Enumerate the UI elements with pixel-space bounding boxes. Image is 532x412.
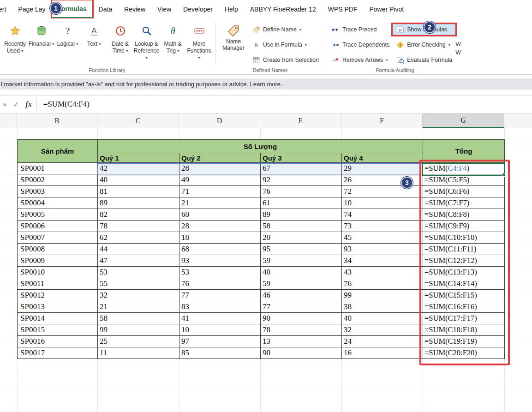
cell-q1[interactable]: 58 [98, 313, 179, 324]
date-time-button[interactable]: Date & Time ▾ [107, 18, 133, 61]
cell-formula[interactable]: =SUM(C10:F10) [423, 232, 505, 244]
trace-dependents-button[interactable]: Trace Dependents [328, 39, 393, 50]
cell-q4[interactable]: 38 [342, 301, 423, 313]
more-functions-button[interactable]: More Functions ▾ [186, 18, 212, 61]
cell-formula[interactable]: =SUM(C9:F9) [423, 221, 505, 232]
cell-q2[interactable]: 10 [179, 324, 261, 336]
header-quarter-1[interactable]: Quý 1 [98, 153, 179, 163]
tab-help[interactable]: Help [219, 0, 244, 18]
column-header-c[interactable]: C [97, 113, 179, 128]
cell-product[interactable]: SP0005 [18, 209, 98, 221]
cell-product[interactable]: SP0008 [18, 244, 98, 255]
cell-q3[interactable]: 89 [261, 209, 342, 221]
use-in-formula-button[interactable]: fxUse in Formula ▾ [249, 39, 322, 50]
cell-q2[interactable]: 41 [179, 313, 261, 324]
cell-product[interactable]: SP0012 [18, 290, 98, 301]
cell-q1[interactable]: 11 [98, 347, 179, 359]
sheet-grid[interactable]: Sản phẩm Số Lượng Tổng Quý 1Quý 2Quý 3Qu… [0, 128, 532, 412]
cell-q2[interactable]: 83 [179, 301, 261, 313]
cell-q2[interactable]: 97 [179, 336, 261, 347]
cell-q4[interactable]: 24 [342, 336, 423, 347]
market-info-link[interactable]: l market information is provided "as-is"… [1, 81, 286, 88]
define-name-button[interactable]: Define Name ▾ [249, 24, 322, 35]
cell-formula[interactable]: =SUM(C17:F17) [423, 313, 505, 324]
cell-q1[interactable]: 40 [98, 174, 179, 186]
tab-page-lay[interactable]: Page Lay [12, 0, 51, 18]
cell-product[interactable]: SP0004 [18, 197, 98, 209]
tab-view[interactable]: View [151, 0, 177, 18]
cell-q1[interactable]: 21 [98, 301, 179, 313]
cell-q4[interactable]: 73 [342, 221, 423, 232]
cell-q4[interactable]: 16 [342, 347, 423, 359]
column-header-g[interactable]: G [423, 113, 504, 128]
cell-q4[interactable]: 74 [342, 209, 423, 221]
cell-product[interactable]: SP0002 [18, 174, 98, 186]
cell-q1[interactable]: 62 [98, 232, 179, 244]
cell-q1[interactable]: 82 [98, 209, 179, 221]
header-quarter-3[interactable]: Quý 3 [261, 153, 342, 163]
cell-q4[interactable]: 99 [342, 290, 423, 301]
cell-formula[interactable]: =SUM(C12:F12) [423, 255, 505, 267]
cell-q1[interactable]: 44 [98, 244, 179, 255]
column-header-b[interactable]: B [17, 113, 97, 128]
watch-window-cutoff[interactable]: W W [455, 18, 462, 66]
tab-power-pivot[interactable]: Power Pivot [363, 0, 410, 18]
cell-q3[interactable]: 20 [261, 232, 342, 244]
cell-q4[interactable]: 32 [342, 324, 423, 336]
enter-icon[interactable]: ✓ [13, 100, 19, 108]
cell-q2[interactable]: 71 [179, 186, 261, 197]
cell-q3[interactable]: 59 [261, 278, 342, 290]
cell-formula[interactable]: =SUM(C13:F13) [423, 267, 505, 278]
select-all-corner[interactable] [0, 113, 17, 128]
cell-q1[interactable]: 32 [98, 290, 179, 301]
math-trig-button[interactable]: θMath & Trig ▾ [160, 18, 186, 61]
tab-developer[interactable]: Developer [177, 0, 219, 18]
cell-q2[interactable]: 60 [179, 209, 261, 221]
header-quarter-2[interactable]: Quý 2 [179, 153, 261, 163]
cell-q3[interactable]: 67 [261, 163, 342, 174]
cell-q4[interactable]: 93 [342, 244, 423, 255]
cell-formula[interactable]: =SUM(C7:F7) [423, 197, 505, 209]
cell-q2[interactable]: 18 [179, 232, 261, 244]
cell-product[interactable]: SP0014 [18, 313, 98, 324]
cell-q4[interactable]: 72 [342, 186, 423, 197]
cell-formula[interactable]: =SUM(C8:F8) [423, 209, 505, 221]
cell-formula[interactable]: =SUM(C5:F5) [423, 174, 505, 186]
cancel-icon[interactable]: × [3, 101, 7, 108]
cell-product[interactable]: SP0013 [18, 301, 98, 313]
evaluate-formula-button[interactable]: Evaluate Formula [393, 54, 455, 66]
tab-formulas[interactable]: Formulas [52, 0, 93, 18]
column-header-f[interactable]: F [341, 113, 423, 128]
cell-q1[interactable]: 81 [98, 186, 179, 197]
cell-product[interactable]: SP0009 [18, 255, 98, 267]
cell-q2[interactable]: 85 [179, 347, 261, 359]
cell-q4[interactable]: 76 [342, 278, 423, 290]
cell-formula[interactable]: =SUM(C14:F14) [423, 278, 505, 290]
column-header-d[interactable]: D [179, 113, 260, 128]
name-manager-button[interactable]: Name Manager [218, 18, 249, 66]
cell-q3[interactable]: 95 [261, 244, 342, 255]
cell-product[interactable]: SP0001 [18, 163, 98, 174]
cell-q1[interactable]: 55 [98, 278, 179, 290]
cell-formula[interactable]: =SUM(C11:F11) [423, 244, 505, 255]
cell-product[interactable]: SP0017 [18, 347, 98, 359]
header-quantity[interactable]: Số Lượng [98, 140, 423, 153]
cell-q3[interactable]: 61 [261, 197, 342, 209]
cell-q4[interactable]: 40 [342, 313, 423, 324]
cell-q1[interactable]: 42 [98, 163, 179, 174]
cell-formula[interactable]: =SUM(C20:F20) [423, 347, 505, 359]
column-header-e[interactable]: E [260, 113, 341, 128]
cell-q3[interactable]: 78 [261, 324, 342, 336]
cell-product[interactable]: SP0006 [18, 221, 98, 232]
cell-q2[interactable]: 68 [179, 244, 261, 255]
cell-q3[interactable]: 76 [261, 186, 342, 197]
cell-formula[interactable]: =SUM(C16:F16) [423, 301, 505, 313]
cell-formula[interactable]: =SUM(C6:F6) [423, 186, 505, 197]
cell-q3[interactable]: 58 [261, 221, 342, 232]
cell-product[interactable]: SP0015 [18, 324, 98, 336]
cell-product[interactable]: SP0016 [18, 336, 98, 347]
cell-q2[interactable]: 21 [179, 197, 261, 209]
tab-review[interactable]: Review [118, 0, 151, 18]
cell-q1[interactable]: 78 [98, 221, 179, 232]
lookup-reference-button[interactable]: Lookup & Reference ▾ [133, 18, 160, 61]
